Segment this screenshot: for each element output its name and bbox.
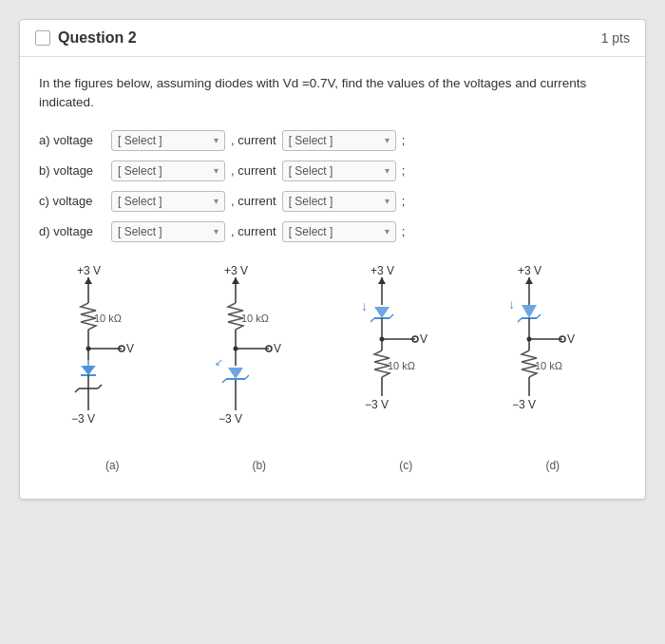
dropdown-arrow-c2: ▾ <box>385 196 390 206</box>
svg-line-39 <box>245 375 249 379</box>
card-body: In the figures below, assuming diodes wi… <box>20 57 645 499</box>
diagram-d: +3 V ↓ <box>486 263 619 472</box>
semicolon-d: ; <box>402 224 406 238</box>
svg-line-69 <box>537 314 541 318</box>
dropdown-arrow-a2: ▾ <box>385 135 390 145</box>
svg-text:V: V <box>420 332 428 346</box>
current-select-c[interactable]: [ Select ] ▾ <box>282 191 396 212</box>
diagram-c-label: (c) <box>399 459 412 472</box>
diagram-a-label: (a) <box>105 459 120 472</box>
svg-line-68 <box>518 318 522 322</box>
row-b: b) voltage [ Select ] ▾ , current [ Sele… <box>39 161 626 181</box>
row-a: a) voltage [ Select ] ▾ , current [ Sele… <box>39 130 626 151</box>
svg-marker-2 <box>85 277 92 284</box>
comma-a: , current <box>231 133 276 147</box>
diagram-c: +3 V ↓ <box>339 263 472 472</box>
row-d-label: d) voltage <box>39 224 105 238</box>
svg-marker-44 <box>378 277 386 284</box>
svg-text:+3 V: +3 V <box>224 264 248 277</box>
svg-marker-66 <box>522 305 537 318</box>
svg-marker-14 <box>81 366 96 375</box>
semicolon-c: ; <box>402 194 406 208</box>
svg-text:−3 V: −3 V <box>71 412 95 426</box>
svg-text:10 kΩ: 10 kΩ <box>94 313 122 324</box>
svg-text:−3 V: −3 V <box>512 398 536 411</box>
dropdown-arrow-a1: ▾ <box>214 135 218 145</box>
svg-marker-35 <box>228 368 243 379</box>
voltage-select-a[interactable]: [ Select ] ▾ <box>111 130 225 151</box>
header-left: Question 2 <box>35 29 137 47</box>
current-select-d[interactable]: [ Select ] ▾ <box>282 221 396 242</box>
svg-line-18 <box>75 388 79 392</box>
circuit-svg-b: +3 V 10 kΩ V ↙ <box>207 263 312 453</box>
question-text: In the figures below, assuming diodes wi… <box>39 74 626 113</box>
dropdown-arrow-d1: ▾ <box>214 226 218 237</box>
dropdown-arrow-d2: ▾ <box>385 226 390 237</box>
svg-text:10 kΩ: 10 kΩ <box>388 360 415 371</box>
comma-c: , current <box>231 194 276 208</box>
dropdown-arrow-c1: ▾ <box>214 196 218 206</box>
row-c-label: c) voltage <box>39 194 105 208</box>
svg-text:+3 V: +3 V <box>370 264 394 277</box>
dropdown-arrow-b2: ▾ <box>385 165 390 176</box>
semicolon-a: ; <box>402 133 406 147</box>
circuit-svg-d: +3 V ↓ <box>501 263 605 453</box>
row-b-label: b) voltage <box>39 163 105 178</box>
svg-marker-24 <box>232 277 239 284</box>
svg-text:+3 V: +3 V <box>518 264 542 277</box>
svg-text:↓: ↓ <box>361 298 368 313</box>
diagram-d-label: (d) <box>545 459 560 472</box>
voltage-select-b[interactable]: [ Select ] ▾ <box>111 161 225 181</box>
question-card: Question 2 1 pts In the figures below, a… <box>19 19 646 500</box>
diagram-b-label: (b) <box>252 459 266 472</box>
svg-line-49 <box>370 318 374 322</box>
current-select-a[interactable]: [ Select ] ▾ <box>282 130 396 151</box>
row-d: d) voltage [ Select ] ▾ , current [ Sele… <box>39 221 626 242</box>
semicolon-b: ; <box>402 163 406 178</box>
row-a-label: a) voltage <box>39 133 105 147</box>
circuit-svg-c: +3 V ↓ <box>353 263 458 453</box>
circuit-svg-a: +3 V 10 kΩ V <box>60 263 164 453</box>
comma-b: , current <box>231 163 276 178</box>
checkbox-icon <box>35 30 50 46</box>
svg-marker-63 <box>525 277 533 284</box>
comma-d: , current <box>231 224 276 238</box>
svg-line-38 <box>222 379 226 383</box>
svg-text:V: V <box>274 342 281 355</box>
svg-text:10 kΩ: 10 kΩ <box>535 360 562 371</box>
svg-text:+3 V: +3 V <box>77 264 101 277</box>
current-select-b[interactable]: [ Select ] ▾ <box>282 161 396 181</box>
voltage-select-d[interactable]: [ Select ] ▾ <box>111 221 225 242</box>
question-title: Question 2 <box>58 29 137 47</box>
svg-text:−3 V: −3 V <box>365 398 389 411</box>
svg-line-50 <box>390 314 393 318</box>
svg-text:V: V <box>567 332 575 346</box>
svg-marker-47 <box>374 307 390 318</box>
card-header: Question 2 1 pts <box>20 20 645 57</box>
svg-text:↓: ↓ <box>508 296 515 312</box>
svg-line-19 <box>98 385 102 388</box>
svg-text:10 kΩ: 10 kΩ <box>241 313 269 324</box>
svg-text:−3 V: −3 V <box>218 412 242 426</box>
diagrams-area: +3 V 10 kΩ V <box>39 263 626 482</box>
diagram-a: +3 V 10 kΩ V <box>46 263 179 472</box>
row-c: c) voltage [ Select ] ▾ , current [ Sele… <box>39 191 626 212</box>
svg-text:V: V <box>126 342 134 355</box>
svg-text:↙: ↙ <box>215 356 223 368</box>
voltage-select-c[interactable]: [ Select ] ▾ <box>111 191 225 212</box>
dropdown-arrow-b1: ▾ <box>214 165 218 176</box>
diagram-b: +3 V 10 kΩ V ↙ <box>193 263 326 472</box>
pts-badge: 1 pts <box>601 30 630 46</box>
